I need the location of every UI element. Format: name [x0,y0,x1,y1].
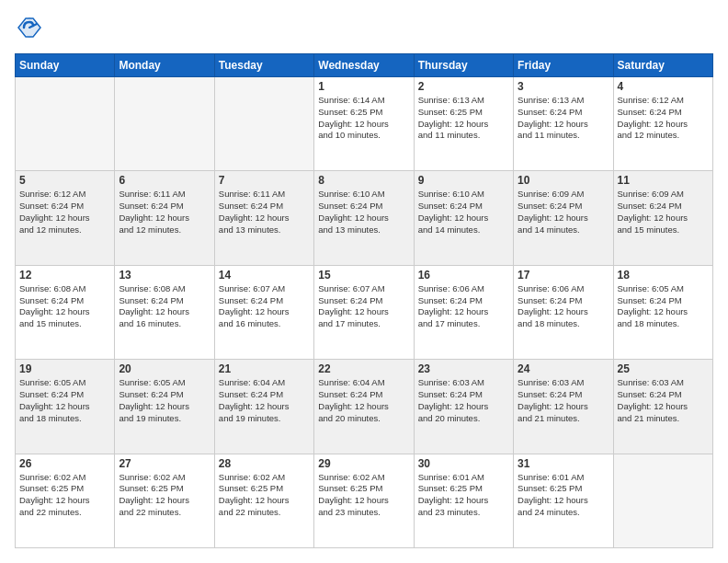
calendar-cell: 19Sunrise: 6:05 AM Sunset: 6:24 PM Dayli… [16,360,115,454]
calendar-cell [613,454,712,547]
page: SundayMondayTuesdayWednesdayThursdayFrid… [0,0,728,563]
day-number: 30 [418,457,509,470]
day-number: 27 [119,457,210,470]
calendar-cell: 24Sunrise: 6:03 AM Sunset: 6:24 PM Dayli… [514,360,613,454]
calendar-cell: 5Sunrise: 6:12 AM Sunset: 6:24 PM Daylig… [16,171,115,265]
cell-content: Sunrise: 6:09 AM Sunset: 6:24 PM Dayligh… [618,189,709,236]
cell-content: Sunrise: 6:06 AM Sunset: 6:24 PM Dayligh… [418,283,509,330]
calendar-cell: 13Sunrise: 6:08 AM Sunset: 6:24 PM Dayli… [115,265,214,359]
calendar-table: SundayMondayTuesdayWednesdayThursdayFrid… [15,53,713,548]
cell-content: Sunrise: 6:10 AM Sunset: 6:24 PM Dayligh… [418,189,509,236]
calendar-cell: 3Sunrise: 6:13 AM Sunset: 6:24 PM Daylig… [514,77,613,171]
day-number: 24 [518,362,609,375]
cell-content: Sunrise: 6:02 AM Sunset: 6:25 PM Dayligh… [318,472,409,519]
calendar-week-4: 19Sunrise: 6:05 AM Sunset: 6:24 PM Dayli… [16,360,713,454]
calendar-week-1: 1Sunrise: 6:14 AM Sunset: 6:25 PM Daylig… [16,77,713,171]
weekday-header-friday: Friday [514,54,613,77]
day-number: 22 [318,362,409,375]
day-number: 2 [418,80,509,93]
day-number: 4 [618,80,709,93]
cell-content: Sunrise: 6:02 AM Sunset: 6:25 PM Dayligh… [19,472,110,519]
calendar-cell: 26Sunrise: 6:02 AM Sunset: 6:25 PM Dayli… [16,454,115,547]
cell-content: Sunrise: 6:08 AM Sunset: 6:24 PM Dayligh… [19,283,110,330]
logo [15,15,44,44]
calendar-cell: 2Sunrise: 6:13 AM Sunset: 6:25 PM Daylig… [414,77,513,171]
calendar-cell: 7Sunrise: 6:11 AM Sunset: 6:24 PM Daylig… [214,171,313,265]
weekday-header-tuesday: Tuesday [214,54,313,77]
day-number: 11 [618,174,709,187]
weekday-header-sunday: Sunday [16,54,115,77]
cell-content: Sunrise: 6:03 AM Sunset: 6:24 PM Dayligh… [418,377,509,424]
cell-content: Sunrise: 6:07 AM Sunset: 6:24 PM Dayligh… [219,283,310,330]
weekday-header-wednesday: Wednesday [314,54,414,77]
day-number: 3 [518,80,609,93]
calendar-cell: 1Sunrise: 6:14 AM Sunset: 6:25 PM Daylig… [314,77,414,171]
calendar-cell: 16Sunrise: 6:06 AM Sunset: 6:24 PM Dayli… [414,265,513,359]
day-number: 10 [518,174,609,187]
calendar-cell: 4Sunrise: 6:12 AM Sunset: 6:24 PM Daylig… [613,77,712,171]
calendar-cell: 21Sunrise: 6:04 AM Sunset: 6:24 PM Dayli… [214,360,313,454]
day-number: 31 [518,457,609,470]
weekday-header-monday: Monday [115,54,214,77]
weekday-header-thursday: Thursday [414,54,513,77]
cell-content: Sunrise: 6:05 AM Sunset: 6:24 PM Dayligh… [618,283,709,330]
day-number: 19 [19,362,110,375]
cell-content: Sunrise: 6:03 AM Sunset: 6:24 PM Dayligh… [618,377,709,424]
cell-content: Sunrise: 6:10 AM Sunset: 6:24 PM Dayligh… [318,189,409,236]
calendar-cell: 29Sunrise: 6:02 AM Sunset: 6:25 PM Dayli… [314,454,414,547]
day-number: 7 [219,174,310,187]
calendar-cell: 28Sunrise: 6:02 AM Sunset: 6:25 PM Dayli… [214,454,313,547]
cell-content: Sunrise: 6:02 AM Sunset: 6:25 PM Dayligh… [119,472,210,519]
cell-content: Sunrise: 6:12 AM Sunset: 6:24 PM Dayligh… [19,189,110,236]
cell-content: Sunrise: 6:11 AM Sunset: 6:24 PM Dayligh… [119,189,210,236]
cell-content: Sunrise: 6:13 AM Sunset: 6:24 PM Dayligh… [518,95,609,142]
day-number: 29 [318,457,409,470]
day-number: 5 [19,174,110,187]
cell-content: Sunrise: 6:06 AM Sunset: 6:24 PM Dayligh… [518,283,609,330]
day-number: 15 [318,269,409,282]
calendar-week-5: 26Sunrise: 6:02 AM Sunset: 6:25 PM Dayli… [16,454,713,547]
header [15,15,713,44]
day-number: 25 [618,362,709,375]
calendar-cell: 8Sunrise: 6:10 AM Sunset: 6:24 PM Daylig… [314,171,414,265]
calendar-cell: 23Sunrise: 6:03 AM Sunset: 6:24 PM Dayli… [414,360,513,454]
calendar-body: 1Sunrise: 6:14 AM Sunset: 6:25 PM Daylig… [16,77,713,548]
calendar-cell: 22Sunrise: 6:04 AM Sunset: 6:24 PM Dayli… [314,360,414,454]
cell-content: Sunrise: 6:05 AM Sunset: 6:24 PM Dayligh… [119,377,210,424]
calendar-week-3: 12Sunrise: 6:08 AM Sunset: 6:24 PM Dayli… [16,265,713,359]
cell-content: Sunrise: 6:14 AM Sunset: 6:25 PM Dayligh… [318,95,409,142]
calendar-header: SundayMondayTuesdayWednesdayThursdayFrid… [16,54,713,77]
day-number: 1 [318,80,409,93]
calendar-cell: 12Sunrise: 6:08 AM Sunset: 6:24 PM Dayli… [16,265,115,359]
day-number: 6 [119,174,210,187]
day-number: 18 [618,269,709,282]
calendar-cell: 9Sunrise: 6:10 AM Sunset: 6:24 PM Daylig… [414,171,513,265]
day-number: 26 [19,457,110,470]
calendar-cell: 6Sunrise: 6:11 AM Sunset: 6:24 PM Daylig… [115,171,214,265]
day-number: 12 [19,269,110,282]
calendar-cell: 25Sunrise: 6:03 AM Sunset: 6:24 PM Dayli… [613,360,712,454]
calendar-cell: 15Sunrise: 6:07 AM Sunset: 6:24 PM Dayli… [314,265,414,359]
calendar-cell: 11Sunrise: 6:09 AM Sunset: 6:24 PM Dayli… [613,171,712,265]
calendar-week-2: 5Sunrise: 6:12 AM Sunset: 6:24 PM Daylig… [16,171,713,265]
calendar-cell: 17Sunrise: 6:06 AM Sunset: 6:24 PM Dayli… [514,265,613,359]
day-number: 8 [318,174,409,187]
cell-content: Sunrise: 6:11 AM Sunset: 6:24 PM Dayligh… [219,189,310,236]
day-number: 20 [119,362,210,375]
calendar-cell [214,77,313,171]
calendar-cell: 10Sunrise: 6:09 AM Sunset: 6:24 PM Dayli… [514,171,613,265]
logo-icon [17,15,42,40]
cell-content: Sunrise: 6:07 AM Sunset: 6:24 PM Dayligh… [318,283,409,330]
calendar-cell [115,77,214,171]
cell-content: Sunrise: 6:04 AM Sunset: 6:24 PM Dayligh… [318,377,409,424]
calendar-cell: 18Sunrise: 6:05 AM Sunset: 6:24 PM Dayli… [613,265,712,359]
cell-content: Sunrise: 6:12 AM Sunset: 6:24 PM Dayligh… [618,95,709,142]
calendar-cell [16,77,115,171]
day-number: 13 [119,269,210,282]
calendar-cell: 31Sunrise: 6:01 AM Sunset: 6:25 PM Dayli… [514,454,613,547]
cell-content: Sunrise: 6:02 AM Sunset: 6:25 PM Dayligh… [219,472,310,519]
cell-content: Sunrise: 6:01 AM Sunset: 6:25 PM Dayligh… [418,472,509,519]
day-number: 17 [518,269,609,282]
cell-content: Sunrise: 6:04 AM Sunset: 6:24 PM Dayligh… [219,377,310,424]
day-number: 16 [418,269,509,282]
